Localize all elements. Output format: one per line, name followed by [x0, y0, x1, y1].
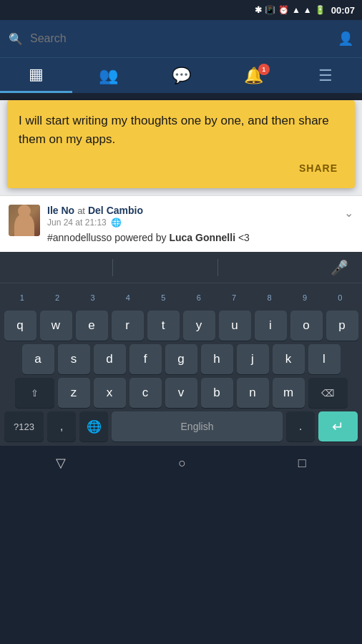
globe-key[interactable]: 🌐 [79, 411, 108, 441]
key-row-2: a s d f g h j k l [1, 344, 361, 374]
post-body: #annodellusso powered by Luca Gonnelli <… [47, 232, 353, 243]
num-sym-key[interactable]: ?123 [4, 411, 44, 441]
share-button[interactable]: SHARE [293, 160, 343, 177]
num-key-4[interactable]: 4 [110, 288, 145, 308]
avatar-image [9, 205, 40, 236]
post-item: Ile No at Del Cambio Jun 24 at 21:13 🌐 #… [0, 195, 362, 252]
num-key-5[interactable]: 5 [146, 288, 181, 308]
suggestions-bar: 🎤 [0, 252, 362, 283]
post-avatar [9, 205, 40, 236]
num-key-6[interactable]: 6 [181, 288, 216, 308]
battery-icon: 🔋 [315, 5, 326, 15]
nav-item-more[interactable]: ☰ [290, 58, 362, 93]
num-key-2[interactable]: 2 [39, 288, 74, 308]
status-time: 00:07 [331, 5, 355, 16]
comma-key[interactable]: , [47, 411, 76, 441]
key-h[interactable]: h [201, 344, 233, 374]
key-n[interactable]: n [237, 378, 269, 408]
key-p[interactable]: p [326, 311, 358, 341]
num-key-1[interactable]: 1 [4, 288, 39, 308]
status-bar: ✱ 📳 ⏰ ▲ ▲ 🔋 00:07 [0, 0, 362, 20]
signal-icon: ▲ [303, 5, 312, 15]
share-card-text: I will start writing my thoughts one by … [19, 112, 343, 148]
num-key-7[interactable]: 7 [216, 288, 251, 308]
num-key-3[interactable]: 3 [75, 288, 110, 308]
suggestion-spacer-right [218, 252, 323, 283]
alarm-icon: ⏰ [278, 5, 289, 15]
home-button[interactable]: ○ [178, 456, 186, 471]
key-a[interactable]: a [22, 344, 54, 374]
key-r[interactable]: r [112, 311, 144, 341]
home-icon: ○ [178, 456, 186, 471]
number-row: 1 2 3 4 5 6 7 8 9 0 [1, 286, 361, 309]
mic-button[interactable]: 🎤 [323, 252, 355, 283]
key-row-3: ⇧ z x c v b n m ⌫ [1, 378, 361, 408]
key-l[interactable]: l [308, 344, 341, 374]
enter-key[interactable]: ↵ [318, 411, 358, 441]
nav-item-messages[interactable]: 💬 [145, 58, 217, 93]
key-d[interactable]: d [94, 344, 126, 374]
notification-badge: 1 [258, 64, 270, 75]
nav-item-feed[interactable]: ▦ [0, 58, 72, 93]
key-z[interactable]: z [58, 378, 90, 408]
people-icon: 👥 [99, 67, 118, 85]
key-u[interactable]: u [219, 311, 251, 341]
key-c[interactable]: c [129, 378, 162, 408]
key-o[interactable]: o [290, 311, 323, 341]
nav-item-notifications[interactable]: 🔔 1 [217, 58, 290, 93]
num-key-0[interactable]: 0 [323, 288, 358, 308]
key-j[interactable]: j [237, 344, 269, 374]
key-t[interactable]: t [147, 311, 180, 341]
key-s[interactable]: s [58, 344, 90, 374]
back-button[interactable]: ▽ [56, 455, 66, 471]
post-body-suffix: <3 [235, 232, 250, 243]
vibrate-icon: 📳 [265, 5, 275, 15]
post-body-bold: Luca Gonnelli [169, 232, 235, 243]
key-b[interactable]: b [201, 378, 233, 408]
space-key[interactable]: English [112, 411, 283, 441]
key-row-1: q w e r t y u i o p [1, 311, 361, 341]
num-key-9[interactable]: 9 [287, 288, 322, 308]
suggestion-spacer-mid [113, 252, 218, 283]
key-y[interactable]: y [183, 311, 215, 341]
post-body-prefix: #annodellusso powered by [47, 232, 169, 243]
share-button-row: SHARE [19, 160, 343, 177]
post-date-row: Jun 24 at 21:13 🌐 [47, 218, 353, 228]
status-bar-right: ✱ 📳 ⏰ ▲ ▲ 🔋 00:07 [255, 5, 355, 16]
profile-icon[interactable]: 👤 [338, 31, 353, 47]
key-w[interactable]: w [40, 311, 72, 341]
post-date: Jun 24 at 21:13 [47, 218, 107, 228]
chevron-down-icon[interactable]: ⌄ [344, 206, 353, 220]
period-key[interactable]: . [286, 411, 315, 441]
post-location: Del Cambio [88, 205, 143, 216]
key-row-bottom: ?123 , 🌐 English . ↵ [1, 411, 361, 441]
key-e[interactable]: e [76, 311, 108, 341]
key-v[interactable]: v [165, 378, 197, 408]
key-i[interactable]: i [255, 311, 287, 341]
key-m[interactable]: m [273, 378, 305, 408]
system-nav-bar: ▽ ○ □ [0, 446, 362, 480]
post-content: Ile No at Del Cambio Jun 24 at 21:13 🌐 #… [47, 205, 353, 243]
post-author: Ile No [47, 205, 74, 216]
key-k[interactable]: k [273, 344, 305, 374]
post-globe-icon: 🌐 [111, 218, 122, 228]
back-icon: ▽ [56, 455, 66, 471]
keyboard-rows: 1 2 3 4 5 6 7 8 9 0 q w e r t y u i o p … [0, 283, 362, 446]
num-key-8[interactable]: 8 [252, 288, 287, 308]
search-input[interactable] [30, 32, 331, 45]
key-g[interactable]: g [165, 344, 197, 374]
feed-icon: ▦ [29, 65, 44, 84]
backspace-key[interactable]: ⌫ [308, 378, 348, 408]
share-card: I will start writing my thoughts one by … [7, 100, 355, 188]
key-x[interactable]: x [94, 378, 126, 408]
key-f[interactable]: f [129, 344, 162, 374]
suggestion-spacer-left [7, 252, 112, 283]
key-q[interactable]: q [4, 311, 36, 341]
app-header: 🔍 👤 [0, 20, 362, 57]
recents-button[interactable]: □ [298, 456, 306, 471]
nav-item-people[interactable]: 👥 [72, 58, 145, 93]
post-at: at [77, 205, 85, 216]
post-header-row: Ile No at Del Cambio [47, 205, 353, 216]
avatar-person-shape [14, 213, 34, 236]
shift-key[interactable]: ⇧ [15, 378, 54, 408]
